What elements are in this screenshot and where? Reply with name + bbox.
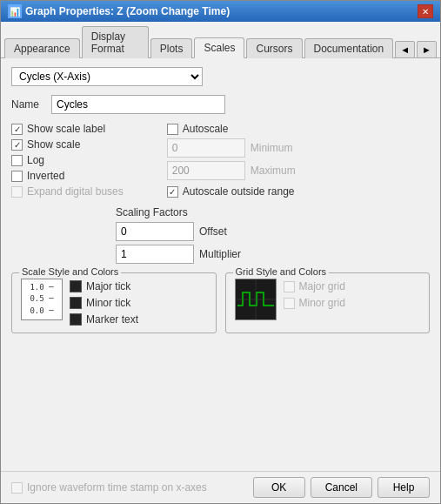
- tab-appearance[interactable]: Appearance: [4, 38, 80, 58]
- axis-dropdown[interactable]: Cycles (X-Axis): [11, 67, 203, 86]
- grid-tick-items: Major grid Minor grid: [284, 280, 345, 309]
- marker-text-color[interactable]: [70, 313, 82, 326]
- main-window: 📊 Graph Properties: Z (Zoom Change Time)…: [0, 0, 441, 504]
- autoscale-section: Autoscale Minimum Maximum ✓ Autoscale ou…: [167, 123, 296, 198]
- scale-preview-icon: 1.0 ─0.5 ─0.0 ─: [21, 279, 63, 320]
- options-section: ✓ Show scale label ✓ Show scale Log Inve…: [11, 123, 430, 198]
- offset-row: Offset: [116, 222, 430, 241]
- tick-items: Major tick Minor tick Marker text: [70, 280, 138, 326]
- minor-grid-label: Minor grid: [299, 297, 345, 309]
- autoscale-outside-text: Autoscale outside range: [183, 185, 295, 198]
- minor-tick-label: Minor tick: [86, 297, 130, 309]
- content-area: Cycles (X-Axis) Name ✓ Show scale label …: [1, 58, 440, 471]
- minor-grid-row: Minor grid: [284, 297, 345, 309]
- tabs-bar: Appearance Display Format Plots Scales C…: [1, 22, 440, 58]
- multiplier-input[interactable]: [116, 245, 194, 264]
- show-scale-label-row: ✓ Show scale label: [11, 123, 124, 135]
- help-button[interactable]: Help: [378, 477, 430, 498]
- minimum-input: [167, 138, 245, 158]
- tab-arrow-left[interactable]: ◄: [395, 41, 415, 58]
- show-scale-label-text: Show scale label: [27, 123, 105, 135]
- expand-digital-buses-row: Expand digital buses: [11, 185, 124, 198]
- right-autoscale: Autoscale Minimum Maximum ✓ Autoscale ou…: [167, 123, 296, 198]
- autoscale-row: Autoscale: [167, 123, 296, 135]
- scaling-section: Scaling Factors Offset Multiplier: [116, 206, 430, 264]
- marker-text-row: Marker text: [70, 313, 138, 326]
- autoscale-outside-row: ✓ Autoscale outside range: [167, 185, 296, 198]
- autoscale-text: Autoscale: [183, 123, 229, 135]
- scale-style-title: Scale Style and Colors: [19, 266, 121, 277]
- ignore-timestamp-row: Ignore waveform time stamp on x-axes: [11, 481, 207, 494]
- show-scale-text: Show scale: [27, 138, 80, 151]
- window-title: Graph Properties: Z (Zoom Change Time): [25, 5, 230, 17]
- name-label: Name: [11, 98, 46, 111]
- tab-plots[interactable]: Plots: [150, 38, 193, 58]
- autoscale-outside-checkbox[interactable]: ✓: [167, 186, 178, 198]
- ok-button[interactable]: OK: [253, 477, 305, 498]
- major-tick-label: Major tick: [86, 280, 130, 292]
- tab-documentation[interactable]: Documentation: [304, 38, 394, 58]
- grid-preview-icon: [235, 279, 277, 320]
- title-bar-left: 📊 Graph Properties: Z (Zoom Change Time): [8, 4, 230, 18]
- window-icon: 📊: [8, 4, 22, 18]
- minor-tick-color[interactable]: [70, 297, 82, 309]
- maximum-label: Maximum: [251, 165, 296, 177]
- title-bar: 📊 Graph Properties: Z (Zoom Change Time)…: [1, 1, 440, 22]
- log-text: Log: [27, 154, 44, 166]
- major-grid-row: Major grid: [284, 280, 345, 292]
- name-row: Name: [11, 95, 430, 114]
- major-grid-label: Major grid: [299, 280, 345, 292]
- ignore-timestamp-label: Ignore waveform time stamp on x-axes: [27, 481, 207, 494]
- close-button[interactable]: ✕: [418, 4, 433, 18]
- offset-input[interactable]: [116, 222, 194, 241]
- left-checkboxes: ✓ Show scale label ✓ Show scale Log Inve…: [11, 123, 124, 198]
- major-grid-checkbox[interactable]: [284, 281, 295, 292]
- tab-display-format[interactable]: Display Format: [82, 26, 149, 58]
- scaling-title: Scaling Factors: [116, 206, 430, 218]
- expand-digital-buses-text: Expand digital buses: [27, 185, 124, 198]
- multiplier-label: Multiplier: [199, 248, 241, 260]
- tab-scales[interactable]: Scales: [194, 37, 244, 58]
- name-input[interactable]: [51, 95, 225, 114]
- inverted-checkbox[interactable]: [11, 171, 23, 182]
- expand-digital-buses-checkbox: [11, 186, 23, 198]
- minimum-label: Minimum: [251, 142, 293, 154]
- minor-tick-row: Minor tick: [70, 297, 138, 309]
- scale-style-group: Scale Style and Colors 1.0 ─0.5 ─0.0 ─ M…: [11, 272, 217, 333]
- grid-style-title: Grid Style and Colors: [233, 266, 330, 277]
- tab-arrow-right[interactable]: ►: [417, 41, 437, 58]
- show-scale-row: ✓ Show scale: [11, 138, 124, 151]
- ignore-timestamp-checkbox: [11, 482, 23, 494]
- multiplier-row: Multiplier: [116, 245, 430, 264]
- major-tick-row: Major tick: [70, 280, 138, 292]
- show-scale-label-checkbox[interactable]: ✓: [11, 124, 23, 135]
- cancel-button[interactable]: Cancel: [311, 477, 372, 498]
- autoscale-checkbox[interactable]: [167, 124, 178, 135]
- tab-cursors[interactable]: Cursors: [246, 38, 302, 58]
- minimum-row: Minimum: [167, 138, 296, 158]
- show-scale-checkbox[interactable]: ✓: [11, 139, 23, 151]
- footer: Ignore waveform time stamp on x-axes OK …: [1, 471, 440, 503]
- grid-style-group: Grid Style and Colors: [225, 272, 431, 333]
- inverted-row: Inverted: [11, 170, 124, 182]
- grid-style-inner: Major grid Minor grid: [235, 279, 421, 320]
- inverted-text: Inverted: [27, 170, 64, 182]
- axis-select-container: Cycles (X-Axis): [11, 67, 203, 86]
- footer-buttons: OK Cancel Help: [253, 477, 430, 498]
- marker-text-label: Marker text: [86, 313, 138, 326]
- major-tick-color[interactable]: [70, 280, 82, 292]
- minor-grid-checkbox[interactable]: [284, 298, 295, 309]
- log-checkbox[interactable]: [11, 155, 23, 166]
- maximum-row: Maximum: [167, 161, 296, 180]
- scale-style-inner: 1.0 ─0.5 ─0.0 ─ Major tick Minor tick: [21, 279, 207, 326]
- axis-dropdown-row: Cycles (X-Axis): [11, 67, 430, 86]
- offset-label: Offset: [199, 225, 227, 238]
- bottom-section: Scale Style and Colors 1.0 ─0.5 ─0.0 ─ M…: [11, 272, 430, 333]
- maximum-input: [167, 161, 245, 180]
- log-row: Log: [11, 154, 124, 166]
